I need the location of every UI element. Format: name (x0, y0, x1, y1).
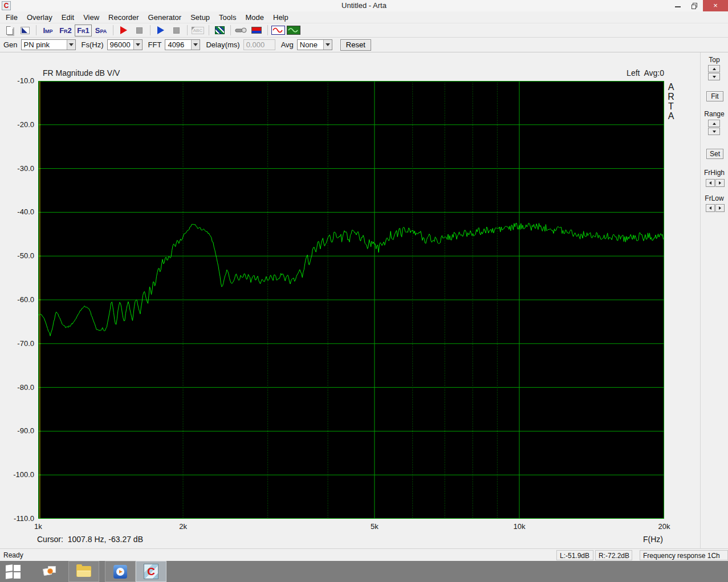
menu-setup[interactable]: Setup (186, 12, 214, 23)
chevron-down-icon (133, 40, 142, 50)
range-up-button[interactable] (708, 120, 720, 127)
fft-size-value: 4096 (165, 40, 191, 49)
taskbar-photos-button[interactable] (34, 561, 65, 582)
scope-button[interactable] (286, 25, 301, 36)
new-file-button[interactable] (2, 25, 17, 36)
mode-indicator: Frequency response 1Ch (640, 550, 728, 560)
spectrum-scaling-button[interactable] (249, 25, 264, 36)
window-title: Untitled - Arta (0, 1, 728, 10)
stop-icon (136, 27, 143, 34)
windows-logo-icon (6, 564, 13, 571)
stop-icon (173, 27, 180, 34)
reset-button[interactable]: Reset (340, 39, 371, 51)
marker-mode-button[interactable] (18, 25, 32, 36)
menu-mode[interactable]: Mode (241, 12, 269, 23)
top-label: Top (701, 56, 728, 64)
menu-bar: File Overlay Edit View Recorder Generato… (0, 11, 728, 23)
arrow-right-icon (719, 206, 721, 210)
menu-view[interactable]: View (79, 12, 104, 23)
frlow-label: FrLow (701, 194, 728, 202)
fr1-mode-button[interactable]: Fr1 (75, 25, 92, 36)
menu-overlay[interactable]: Overlay (22, 12, 57, 23)
impulse-mode-button[interactable]: Imp (39, 25, 56, 36)
generator-bar: Gen PN pink Fs(Hz) 96000 FFT 4096 Delay(… (0, 38, 728, 52)
top-down-button[interactable] (708, 73, 720, 80)
red-blue-wave-icon (251, 27, 262, 34)
text-label-button[interactable]: ABC (190, 25, 205, 36)
fr-plot[interactable] (38, 81, 664, 519)
fr2-mode-button[interactable]: Fr2 (57, 25, 74, 36)
chevron-down-icon (191, 40, 200, 50)
frhigh-left-button[interactable] (706, 179, 715, 187)
top-up-button[interactable] (708, 65, 720, 72)
sample-rate-select[interactable]: 96000 (107, 39, 143, 50)
menu-tools[interactable]: Tools (214, 12, 241, 23)
pointer-icon (21, 27, 30, 34)
avg-label: Avg (281, 40, 294, 49)
status-ready: Ready (3, 551, 23, 559)
y-tick-label: -20.0 (2, 120, 34, 129)
menu-file[interactable]: File (1, 12, 22, 23)
fft-label: FFT (148, 40, 162, 49)
generator-stop-button[interactable] (169, 25, 184, 36)
generator-type-select[interactable]: PN pink (21, 39, 76, 50)
fft-size-select[interactable]: 4096 (165, 39, 200, 50)
close-button[interactable]: × (703, 0, 728, 11)
calibrate-button[interactable] (234, 25, 249, 36)
x-tick-label: 1k (34, 522, 42, 531)
frhigh-right-button[interactable] (715, 179, 725, 187)
title-bar: C Untitled - Arta × (0, 0, 728, 11)
graph-title: FR Magnitude dB V/V (43, 68, 120, 78)
frlow-left-button[interactable] (706, 204, 715, 212)
signal-generator-button[interactable] (271, 25, 286, 36)
menu-help[interactable]: Help (269, 12, 293, 23)
set-button[interactable]: Set (706, 149, 723, 159)
range-down-button[interactable] (708, 128, 720, 135)
toolbar-separator (113, 25, 113, 35)
taskbar-explorer-button[interactable] (68, 561, 99, 582)
taskbar-arta-button[interactable]: C (136, 561, 166, 582)
arrow-left-icon (709, 181, 711, 185)
delay-input: 0.000 (243, 39, 275, 50)
menu-generator[interactable]: Generator (144, 12, 186, 23)
record-play-icon (120, 26, 127, 34)
diagonal-stripes-icon (215, 26, 225, 34)
menu-recorder[interactable]: Recorder (104, 12, 143, 23)
taskbar-mediaplayer-button[interactable] (105, 561, 136, 582)
generator-start-button[interactable] (153, 25, 168, 36)
x-tick-label: 5k (371, 522, 379, 531)
fit-button[interactable]: Fit (706, 91, 723, 101)
graph-control-panel: Top Fit Range Set FrHigh FrLow (700, 52, 728, 548)
chevron-down-icon (67, 40, 75, 50)
y-tick-label: -60.0 (2, 295, 34, 304)
left-level-indicator: L:-51.9dB (556, 550, 593, 560)
start-button[interactable] (6, 564, 25, 579)
toolbar-separator (187, 25, 188, 35)
spa-mode-button[interactable]: Spa (92, 25, 109, 36)
generator-play-icon (157, 26, 164, 34)
averaging-select[interactable]: None (297, 39, 332, 50)
arrow-right-icon (719, 181, 721, 185)
menu-edit[interactable]: Edit (57, 12, 79, 23)
y-tick-label: -30.0 (2, 164, 34, 173)
frlow-right-button[interactable] (715, 204, 725, 212)
y-tick-label: -10.0 (2, 76, 34, 85)
cursor-readout: Cursor: 1007.8 Hz, -63.27 dB (37, 535, 143, 544)
delay-label: Delay(ms) (206, 40, 239, 49)
record-stop-button[interactable] (132, 25, 147, 36)
record-button[interactable] (116, 25, 131, 36)
averaging-value: None (298, 40, 323, 49)
gen-label: Gen (3, 40, 18, 49)
photo-viewer-icon (43, 566, 56, 577)
range-label: Range (701, 110, 728, 118)
overlay-colors-button[interactable] (212, 25, 227, 36)
range-spinner (708, 120, 720, 136)
channel-avg-label: Left Avg:0 (627, 68, 664, 78)
arrow-down-icon (713, 131, 716, 133)
green-sine-icon (287, 26, 300, 35)
minimize-button[interactable] (669, 0, 686, 11)
right-level-indicator: R:-72.2dB (595, 550, 632, 560)
restore-button[interactable] (686, 0, 703, 11)
status-bar: Ready L:-51.9dB R:-72.2dB Frequency resp… (0, 548, 728, 561)
arrow-up-icon (713, 123, 716, 125)
